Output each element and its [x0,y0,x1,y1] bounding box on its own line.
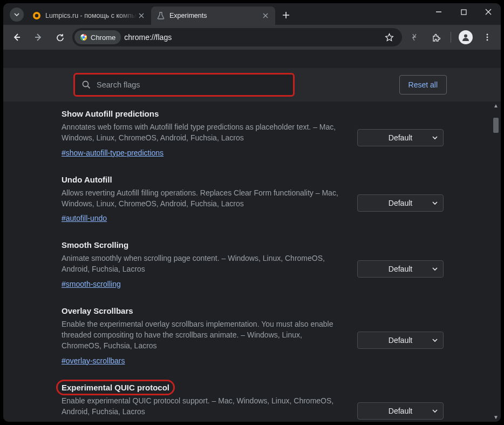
chevron-down-icon [432,338,438,343]
flag-row: Experimental QUIC protocolEnable experim… [62,379,444,422]
arrow-right-icon [33,32,43,42]
back-button[interactable] [8,28,26,46]
highlight-annotation [56,380,175,395]
flag-description: Enable the experimental overlay scrollba… [62,319,343,352]
flag-row: Undo AutofillAllows reverting Autofill f… [62,171,444,237]
reload-button[interactable] [51,28,69,46]
tab-active[interactable]: Experiments [151,6,275,25]
tab-close-button[interactable] [261,11,270,20]
flag-hash-link[interactable]: #show-autofill-type-predictions [62,149,164,157]
flag-dropdown[interactable]: Default [357,194,444,212]
minimize-button[interactable] [426,3,451,21]
reset-all-button[interactable]: Reset all [399,75,447,95]
flag-title: Show Autofill predictions [62,109,159,118]
favicon-lumpics [32,11,41,20]
profile-button[interactable] [457,28,475,46]
page-content: Reset all Show Autofill predictionsAnnot… [3,50,501,422]
svg-point-4 [82,36,85,38]
flag-hash-link[interactable]: #autofill-undo [62,214,107,222]
flag-dropdown-value: Default [389,133,412,142]
menu-button[interactable] [478,28,496,46]
flag-row: Smooth ScrollingAnimate smoothly when sc… [62,236,444,302]
close-icon [485,9,492,15]
svg-point-9 [83,82,88,87]
minimize-icon [435,9,442,15]
svg-point-5 [464,35,467,38]
svg-rect-2 [461,10,466,15]
url-text: chrome://flags [124,33,378,42]
tab-close-button[interactable] [137,11,146,20]
flag-dropdown[interactable]: Default [357,129,444,146]
tabs-dropdown-button[interactable] [10,8,24,22]
site-chip[interactable]: Chrome [74,30,121,44]
close-window-button[interactable] [476,3,501,21]
recycle-icon [410,32,419,42]
flag-dropdown-value: Default [389,199,412,207]
flags-header: Reset all [3,68,501,102]
chevron-down-icon [432,135,438,140]
favicon-flags [156,11,165,20]
site-chip-label: Chrome [91,33,115,42]
forward-button[interactable] [29,28,47,46]
avatar-icon [459,30,473,44]
tab-title: Experiments [169,12,261,19]
maximize-icon [461,9,467,15]
tab-title: Lumpics.ru - помощь с компьютером [45,12,137,19]
svg-point-7 [487,37,488,38]
toolbar: Chrome chrome://flags [3,25,501,50]
labs-button[interactable] [405,28,424,46]
flag-hash-link[interactable]: #smooth-scrolling [62,280,121,288]
scroll-down-icon[interactable]: ▼ [492,413,500,421]
kebab-icon [483,33,492,42]
flag-dropdown-value: Default [389,407,412,415]
flag-description: Animate smoothly when scrolling page con… [62,253,343,275]
svg-point-6 [487,34,488,36]
chevron-down-icon [432,266,438,272]
chrome-logo-icon [80,33,87,41]
flag-row: Overlay ScrollbarsEnable the experimenta… [62,302,444,379]
flags-list: Show Autofill predictionsAnnotates web f… [3,102,492,422]
star-icon [385,33,394,42]
scroll-up-icon[interactable]: ▲ [492,102,500,109]
reload-icon [56,33,65,42]
scrollbar[interactable]: ▲ ▼ [492,102,500,421]
flag-description: Annotates web forms with Autofill field … [62,122,343,144]
plus-icon [282,11,290,19]
tab-strip: Lumpics.ru - помощь с компьютером Experi… [3,3,501,25]
search-icon [81,80,91,90]
scroll-thumb[interactable] [493,118,499,133]
flag-dropdown-value: Default [389,265,412,273]
arrow-left-icon [12,32,22,42]
svg-point-8 [487,39,488,41]
flag-title: Overlay Scrollbars [62,306,133,315]
flag-title: Smooth Scrolling [62,240,128,249]
flag-hash-link[interactable]: #overlay-scrollbars [62,356,125,365]
new-tab-button[interactable] [278,8,294,23]
bookmark-button[interactable] [382,33,397,42]
flag-dropdown-value: Default [389,336,412,345]
flag-title: Undo Autofill [62,175,112,184]
svg-point-1 [35,14,38,17]
flag-description: Enable experimental QUIC protocol suppor… [62,395,343,417]
toolbar-separator [451,32,451,43]
flag-dropdown[interactable]: Default [357,402,444,420]
maximize-button[interactable] [451,3,476,21]
search-flags-container [73,73,295,97]
close-icon [139,13,144,18]
flag-dropdown[interactable]: Default [357,260,444,278]
flag-dropdown[interactable]: Default [357,332,444,349]
extensions-button[interactable] [427,28,445,46]
close-icon [263,13,268,18]
chevron-down-icon [432,408,438,414]
tab-inactive[interactable]: Lumpics.ru - помощь с компьютером [27,6,151,25]
search-flags-input[interactable] [97,80,287,89]
flag-row: Show Autofill predictionsAnnotates web f… [62,105,444,171]
chevron-down-icon [432,200,438,206]
window-controls [426,3,501,25]
puzzle-icon [432,33,441,42]
browser-window: Lumpics.ru - помощь с компьютером Experi… [3,3,501,422]
chevron-down-icon [14,12,19,17]
flag-description: Allows reverting Autofill filling operat… [62,187,343,210]
address-bar[interactable]: Chrome chrome://flags [72,28,402,46]
flag-title: Experimental QUIC protocol [62,383,169,392]
